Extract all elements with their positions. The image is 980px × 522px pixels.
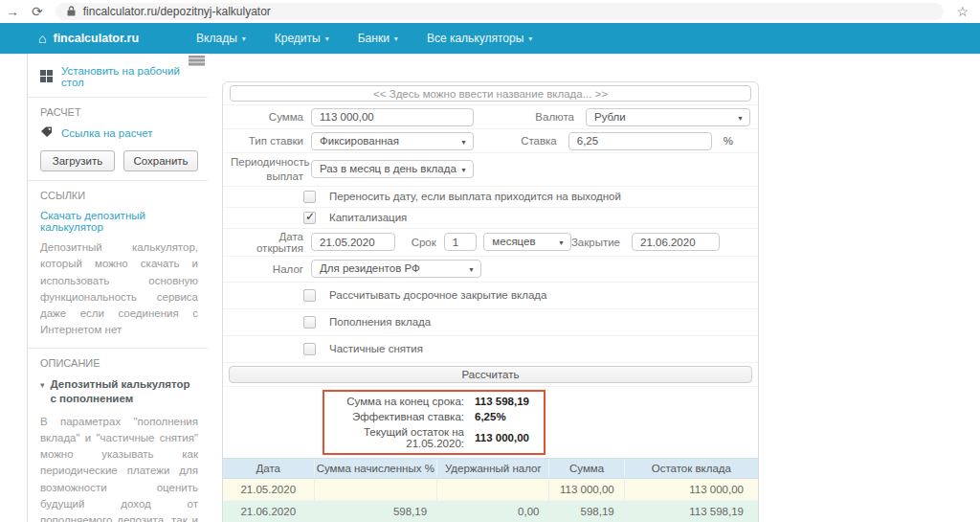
table-header-row: Дата Сумма начисленных % Удержанный нало… [223, 458, 758, 478]
col-header-tax: Удержанный налог [437, 458, 549, 478]
table-row: 21.05.2020 113 000,00 113 000,00 [223, 478, 758, 500]
col-header-date: Дата [223, 458, 314, 478]
currency-label: Валюта [535, 111, 574, 123]
periodicity-label: Периодичность выплат [231, 155, 303, 184]
forward-icon[interactable]: → [6, 5, 19, 18]
rate-row: Тип ставки Фиксированная ▼ Ставка % [223, 129, 758, 153]
calculate-row: Рассчитать [223, 363, 758, 387]
percent-suffix: % [724, 135, 733, 147]
capitalization-checkbox-row: ✓ Капитализация [223, 208, 758, 229]
term-unit-select[interactable]: месяцев ▼ [483, 233, 571, 251]
check-icon: ✓ [305, 210, 315, 223]
dates-row: Дата открытия Срок месяцев ▼ Закрытие [223, 229, 758, 257]
periodicity-row: Периодичность выплат Раз в месяц в день … [223, 153, 758, 187]
divider [28, 97, 208, 98]
withdrawal-checkbox-label: Частичные снятия [329, 343, 423, 354]
rate-label: Ставка [521, 135, 557, 147]
term-label: Срок [412, 237, 436, 248]
menu-label: Все калькуляторы [427, 32, 523, 45]
cell-accrued: 598,19 [314, 500, 437, 522]
withdrawal-checkbox[interactable] [303, 343, 316, 355]
sum-label: Сумма [231, 111, 303, 123]
download-calculator-link[interactable]: Скачать депозитный калькулятор [40, 210, 145, 233]
rate-type-value: Фиксированная [320, 135, 399, 147]
menu-label: Кредиты [275, 32, 321, 45]
chevron-down-icon: ▾ [325, 34, 329, 43]
periodicity-select[interactable]: Раз в месяц в день вклада ▼ [311, 160, 474, 178]
currency-value: Рубли [594, 111, 626, 123]
site-brand[interactable]: ⌂ fincalculator.ru [38, 31, 139, 46]
menu-item-kredity[interactable]: Кредиты ▾ [275, 32, 329, 45]
cell-date: 21.05.2020 [223, 478, 314, 500]
calc-buttons: Загрузить Сохранить [40, 150, 198, 171]
rate-type-label: Тип ставки [231, 135, 303, 147]
load-button[interactable]: Загрузить [40, 150, 115, 171]
tax-row: Налог Для резидентов РФ ▼ [223, 257, 758, 283]
rate-type-select[interactable]: Фиксированная ▼ [311, 132, 474, 150]
menu-item-vklady[interactable]: Вклады ▾ [196, 32, 246, 45]
url-text: fincalculator.ru/depozitnyj-kalkulyator [83, 5, 271, 18]
description-section-heading: ОПИСАНИЕ [40, 357, 198, 369]
weekend-checkbox-row: Переносить дату, если выплата приходится… [223, 187, 758, 208]
result-row-effective-rate: Эффективная ставка: 6,25% [331, 409, 537, 424]
weekend-checkbox[interactable] [303, 191, 316, 203]
result-label: Текущий остаток на 21.05.2020: [331, 426, 464, 449]
periodicity-value: Раз в месяц в день вклада [320, 163, 457, 174]
close-date-label: Закрытие [571, 237, 620, 248]
address-bar[interactable]: fincalculator.ru/depozitnyj-kalkulyator [56, 3, 945, 20]
install-desktop-link[interactable]: Установить на рабочий стол [61, 65, 198, 88]
tax-value: Для резидентов РФ [320, 262, 420, 274]
tax-select[interactable]: Для резидентов РФ ▼ [311, 260, 481, 278]
result-row-current-balance: Текущий остаток на 21.05.2020: 113 000,0… [331, 424, 537, 451]
open-date-input[interactable] [311, 233, 395, 251]
refill-checkbox[interactable] [303, 316, 316, 329]
site-navbar: ⌂ fincalculator.ru Вклады ▾ Кредиты ▾ Ба… [0, 23, 980, 54]
close-date-input[interactable] [632, 233, 720, 251]
bookmark-star-icon[interactable]: ☆ [956, 4, 969, 19]
sum-row: Сумма Валюта Рубли ▼ [223, 105, 758, 129]
calculator-panel: Сумма Валюта Рубли ▼ Тип ставки Фиксиров… [222, 81, 759, 522]
early-close-checkbox[interactable] [303, 289, 316, 302]
capitalization-checkbox[interactable]: ✓ [303, 212, 316, 224]
dropdown-arrow-icon: ▼ [468, 261, 475, 278]
cell-sum: 598,19 [549, 500, 624, 522]
calculate-button[interactable]: Рассчитать [229, 366, 752, 383]
dropdown-arrow-icon: ▼ [737, 110, 744, 126]
cell-date: 21.06.2020 [223, 500, 314, 522]
rate-input[interactable] [568, 132, 712, 150]
divider [28, 180, 208, 181]
cell-balance: 113 598,19 [624, 500, 758, 522]
links-section-heading: ССЫЛКИ [40, 190, 198, 201]
calc-link-row: Ссылка на расчет [40, 126, 198, 140]
cell-tax [437, 478, 549, 500]
sum-input[interactable] [311, 108, 474, 126]
open-date-label: Дата открытия [231, 231, 303, 254]
dropdown-arrow-icon: ▼ [460, 162, 467, 178]
save-button[interactable]: Сохранить [123, 150, 198, 171]
result-label: Эффективная ставка: [331, 411, 464, 422]
term-input[interactable] [444, 233, 477, 251]
result-value: 113 000,00 [464, 432, 537, 443]
payments-table: Дата Сумма начисленных % Удержанный нало… [223, 458, 758, 522]
term-unit-value: месяцев [492, 236, 535, 247]
topic-toggle[interactable]: ▾ Депозитный калькулятор с пополнением [40, 377, 198, 407]
reload-icon[interactable]: ⟳ [32, 5, 43, 18]
grid-icon [40, 70, 53, 84]
col-header-accrued: Сумма начисленных % [314, 458, 437, 478]
divider [28, 348, 208, 349]
menu-item-banki[interactable]: Банки ▾ [358, 32, 398, 45]
early-close-checkbox-label: Рассчитывать досрочное закрытие вклада [329, 289, 546, 301]
menu-item-calculators[interactable]: Все калькуляторы ▾ [427, 32, 532, 45]
tag-icon [40, 126, 53, 140]
calc-permalink[interactable]: Ссылка на расчет [61, 127, 153, 139]
result-label: Сумма на конец срока: [331, 396, 464, 407]
currency-select[interactable]: Рубли ▼ [586, 108, 750, 126]
topic-title: Депозитный калькулятор с пополнением [51, 377, 198, 407]
cell-sum: 113 000,00 [549, 478, 624, 500]
chevron-down-icon: ▾ [242, 34, 246, 43]
main-menu: Вклады ▾ Кредиты ▾ Банки ▾ Все калькулят… [196, 32, 532, 45]
sidebar-grip-icon[interactable] [189, 56, 205, 66]
home-icon: ⌂ [38, 31, 46, 46]
dropdown-arrow-icon: ▼ [460, 134, 467, 150]
deposit-name-input[interactable] [230, 85, 751, 102]
